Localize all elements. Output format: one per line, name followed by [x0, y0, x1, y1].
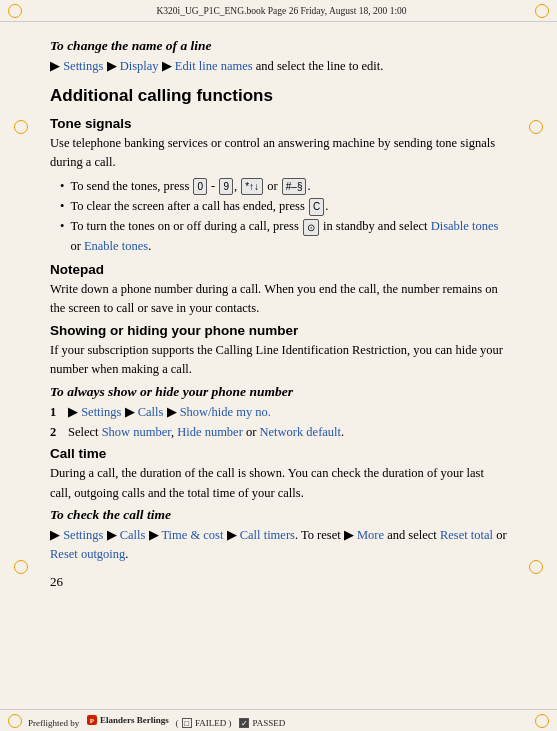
page-container: K320i_UG_P1C_ENG.book Page 26 Friday, Au… [0, 0, 557, 731]
key-9: 9 [219, 178, 233, 196]
breadcrumb-settings2: Settings [63, 528, 103, 542]
tone-signals-body: Use telephone banking services or contro… [50, 134, 507, 173]
top-right-crop-mark [535, 4, 549, 18]
step1-calls: Calls [138, 405, 164, 419]
show-hide-number-title: Showing or hiding your phone number [50, 323, 507, 338]
key-circle: ⊙ [303, 219, 319, 237]
notepad-body: Write down a phone number during a call.… [50, 280, 507, 319]
page-number: 26 [50, 574, 507, 590]
main-title: Additional calling functions [50, 86, 507, 106]
hide-number-link: Hide number [177, 425, 243, 439]
step1-show-hide: Show/hide my no. [180, 405, 271, 419]
reset-outgoing-link: Reset outgoing [50, 547, 125, 561]
failed-checkbox: □ [182, 718, 192, 728]
step1-settings: Settings [81, 405, 121, 419]
more-link: More [357, 528, 384, 542]
svg-text:P: P [90, 717, 95, 725]
section-change-line-name: To change the name of a line ▶ Settings … [50, 38, 507, 76]
bottom-bar: Preflighted by P Elanders Berlings ( □ F… [0, 709, 557, 731]
check-call-time-breadcrumb: ▶ Settings ▶ Calls ▶ Time & cost ▶ Call … [50, 526, 507, 564]
subsection-call-time: Call time During a call, the duration of… [50, 446, 507, 503]
step-2: 2 Select Show number, Hide number or Net… [50, 423, 507, 442]
change-line-name-breadcrumb: ▶ Settings ▶ Display ▶ Edit line names a… [50, 57, 507, 76]
bullet-item: • To clear the screen after a call has e… [60, 197, 507, 216]
key-hash: #–§ [282, 178, 307, 196]
top-left-crop-mark [8, 4, 22, 18]
bullet-item: • To turn the tones on or off during a c… [60, 217, 507, 256]
subsection-notepad: Notepad Write down a phone number during… [50, 262, 507, 319]
step-1-number: 1 [50, 403, 68, 422]
reset-total-link: Reset total [440, 528, 493, 542]
show-hide-number-body: If your subscription supports the Callin… [50, 341, 507, 380]
preflight-company: Elanders Berlings [100, 715, 169, 725]
preflight-logo-area: P Elanders Berlings [86, 714, 169, 726]
step-2-number: 2 [50, 423, 68, 442]
breadcrumb-display: Display [120, 59, 159, 73]
failed-label: FAILED [195, 718, 226, 728]
step-2-text: Select Show number, Hide number or Netwo… [68, 423, 507, 442]
step-1-text: ▶ Settings ▶ Calls ▶ Show/hide my no. [68, 403, 507, 422]
show-number-link: Show number [102, 425, 171, 439]
subsection-check-call-time: To check the call time ▶ Settings ▶ Call… [50, 507, 507, 564]
notepad-title: Notepad [50, 262, 507, 277]
top-bar: K320i_UG_P1C_ENG.book Page 26 Friday, Au… [0, 0, 557, 22]
tone-signals-title: Tone signals [50, 116, 507, 131]
bottom-left-crop-mark [8, 714, 22, 728]
key-0: 0 [193, 178, 207, 196]
key-star: *↑↓ [241, 178, 263, 196]
breadcrumb-call-timers: Call timers [240, 528, 295, 542]
subsection-tone-signals: Tone signals Use telephone banking servi… [50, 116, 507, 256]
key-c: C [309, 198, 324, 216]
right-crop-mark-bottom [529, 560, 543, 574]
network-default-link: Network default [260, 425, 342, 439]
always-show-hide-heading: To always show or hide your phone number [50, 384, 507, 400]
call-time-body: During a call, the duration of the call … [50, 464, 507, 503]
left-crop-mark-bottom [14, 560, 28, 574]
breadcrumb-calls: Calls [120, 528, 146, 542]
main-content: To change the name of a line ▶ Settings … [40, 22, 517, 709]
subsection-show-hide-number: Showing or hiding your phone number If y… [50, 323, 507, 380]
preflight-text: Preflighted by P Elanders Berlings ( □ F… [28, 714, 285, 728]
breadcrumb-edit-line-names: Edit line names [175, 59, 253, 73]
right-crop-mark-top [529, 120, 543, 134]
call-time-title: Call time [50, 446, 507, 461]
breadcrumb-settings: Settings [63, 59, 103, 73]
section-additional-calling: Additional calling functions Tone signal… [50, 86, 507, 564]
passed-checkbox: ✓ [239, 718, 249, 728]
enable-tones-link: Enable tones [84, 239, 148, 253]
disable-tones-link: Disable tones [431, 219, 499, 233]
tone-signals-bullets: • To send the tones, press 0 - 9, *↑↓ or… [60, 177, 507, 257]
check-call-time-heading: To check the call time [50, 507, 507, 523]
change-line-name-heading: To change the name of a line [50, 38, 507, 54]
subsection-always-show-hide: To always show or hide your phone number… [50, 384, 507, 443]
bottom-right-crop-mark [535, 714, 549, 728]
top-bar-text: K320i_UG_P1C_ENG.book Page 26 Friday, Au… [28, 6, 535, 16]
preflight-logo-icon: P [86, 714, 98, 726]
breadcrumb-time-cost: Time & cost [161, 528, 223, 542]
passed-label: PASSED [253, 718, 286, 728]
step-1: 1 ▶ Settings ▶ Calls ▶ Show/hide my no. [50, 403, 507, 422]
left-crop-mark-top [14, 120, 28, 134]
bullet-item: • To send the tones, press 0 - 9, *↑↓ or… [60, 177, 507, 196]
